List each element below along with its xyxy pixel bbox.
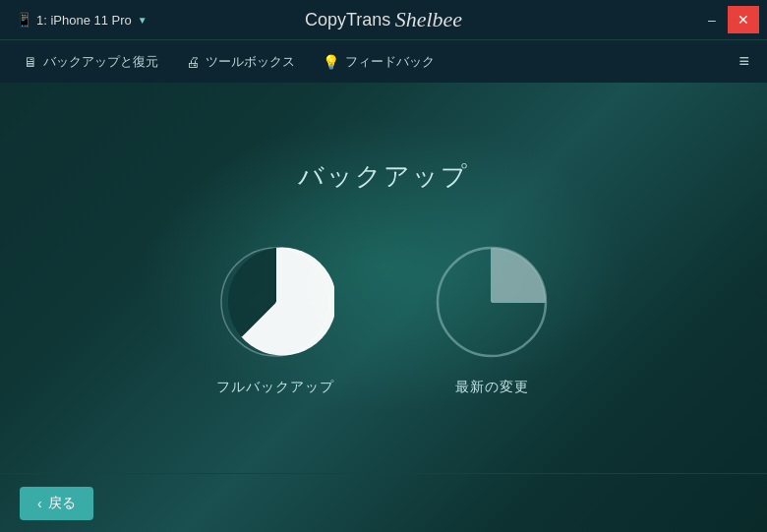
- minimize-button[interactable]: –: [696, 6, 728, 33]
- hamburger-menu[interactable]: ≡: [731, 45, 757, 78]
- backup-options: フルバックアップ 最新の変更: [216, 243, 551, 396]
- app-title-normal: CopyTrans: [305, 10, 390, 30]
- section-title: バックアップ: [298, 159, 469, 194]
- feedback-icon: 💡: [323, 54, 339, 70]
- chevron-down-icon: ▼: [138, 15, 148, 26]
- nav-label-toolbox: ツールボックス: [206, 53, 295, 71]
- title-bar: 📱 1: iPhone 11 Pro ▼ CopyTrans Shelbee –…: [0, 0, 767, 39]
- device-icon: 📱: [16, 12, 32, 28]
- latest-changes-option[interactable]: 最新の変更: [433, 243, 551, 396]
- nav-item-backup-restore[interactable]: 🖥 バックアップと復元: [10, 47, 172, 77]
- full-backup-option[interactable]: フルバックアップ: [216, 243, 334, 396]
- nav-label-feedback: フィードバック: [345, 53, 435, 71]
- title-bar-left: 📱 1: iPhone 11 Pro ▼: [8, 8, 155, 31]
- full-backup-chart: [216, 243, 334, 361]
- app-title-area: CopyTrans Shelbee: [305, 7, 462, 32]
- device-selector[interactable]: 📱 1: iPhone 11 Pro ▼: [8, 8, 155, 31]
- app-window: 📱 1: iPhone 11 Pro ▼ CopyTrans Shelbee –…: [0, 0, 767, 532]
- backup-restore-icon: 🖥: [24, 54, 37, 70]
- nav-bar: 🖥 バックアップと復元 🖨 ツールボックス 💡 フィードバック ≡: [0, 39, 767, 83]
- nav-label-backup-restore: バックアップと復元: [43, 53, 158, 71]
- device-name: 1: iPhone 11 Pro: [36, 13, 132, 28]
- back-button-label: 戻る: [48, 495, 76, 512]
- full-backup-label: フルバックアップ: [216, 379, 334, 396]
- footer: ‹ 戻る: [0, 473, 767, 532]
- close-button[interactable]: ✕: [728, 6, 759, 33]
- latest-changes-label: 最新の変更: [455, 379, 529, 396]
- toolbox-icon: 🖨: [186, 54, 200, 70]
- nav-item-toolbox[interactable]: 🖨 ツールボックス: [172, 47, 309, 77]
- window-controls: – ✕: [696, 6, 759, 33]
- app-title-script: Shelbee: [395, 7, 462, 32]
- nav-item-feedback[interactable]: 💡 フィードバック: [309, 47, 448, 77]
- back-button[interactable]: ‹ 戻る: [20, 487, 93, 520]
- main-content: バックアップ フルバックアッ: [0, 83, 767, 473]
- latest-changes-chart: [433, 243, 551, 361]
- back-chevron-icon: ‹: [37, 496, 42, 511]
